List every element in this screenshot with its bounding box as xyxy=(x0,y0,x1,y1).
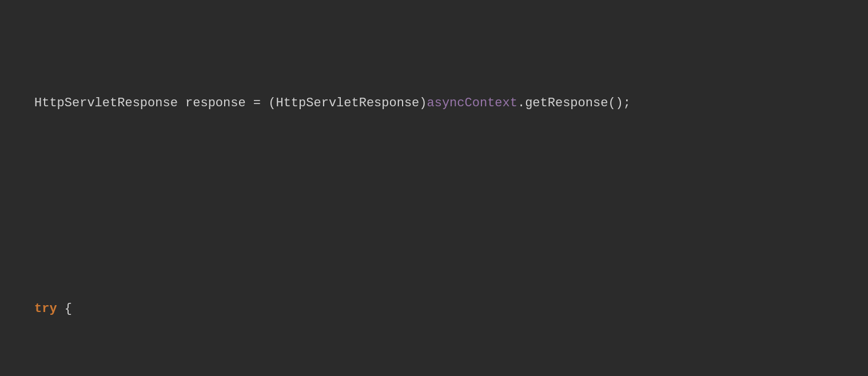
line-blank-1 xyxy=(0,195,868,217)
code-block: HttpServletResponse response = (HttpServ… xyxy=(0,0,868,376)
line-1: HttpServletResponse response = (HttpServ… xyxy=(0,92,868,114)
line-try: try { xyxy=(0,298,868,320)
